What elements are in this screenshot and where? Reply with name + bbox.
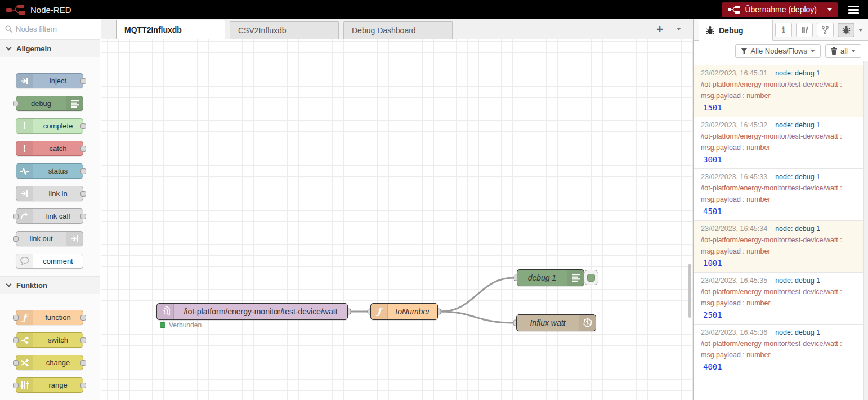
flow-list-chevron-icon[interactable] xyxy=(677,28,681,30)
debug-enabled-indicator xyxy=(587,274,595,282)
config-nodes-button[interactable] xyxy=(817,23,834,37)
debug-message-meta: 23/02/2023, 16:45:31 node: debug 1 xyxy=(701,69,857,78)
debug-payload-value: 1001 xyxy=(701,259,857,268)
palette-node-debug[interactable]: debug xyxy=(16,96,83,111)
main-menu-button[interactable] xyxy=(848,6,859,14)
debug-source-node: node: debug 1 xyxy=(775,121,820,130)
deploy-button-label: Übernahme (deploy) xyxy=(745,5,817,14)
palette-node-label: complete xyxy=(33,119,83,133)
debug-message[interactable]: msg.payload : number 3501 xyxy=(694,61,863,65)
info-tab-button[interactable]: i xyxy=(775,23,792,37)
input-port[interactable] xyxy=(13,214,19,219)
flow-tab-csv2influxdb[interactable]: CSV2Influxdb xyxy=(230,21,339,39)
debug-message-meta: 23/02/2023, 16:45:32 node: debug 1 xyxy=(701,121,857,130)
palette-node-function[interactable]: ƒ function xyxy=(16,310,83,325)
canvas-node-debug1[interactable]: debug 1 xyxy=(517,269,584,286)
inject-icon xyxy=(16,74,33,88)
chevron-down-icon xyxy=(827,8,832,11)
palette-node-comment[interactable]: comment xyxy=(16,254,83,269)
output-port[interactable] xyxy=(80,337,86,343)
sidebar-tab-buttons: i xyxy=(775,23,868,40)
debug-payload-path: msg.payload : number xyxy=(701,351,857,359)
help-library-button[interactable] xyxy=(796,23,813,37)
palette-node-change[interactable]: change xyxy=(16,355,83,370)
debug-payload-path: msg.payload : number xyxy=(701,247,857,256)
palette-node-label: range xyxy=(33,378,83,392)
chevron-down-icon xyxy=(811,50,815,52)
palette-node-label: comment xyxy=(33,254,83,268)
sidebar-options-chevron-icon[interactable] xyxy=(858,29,863,32)
debug-enable-toggle[interactable] xyxy=(584,270,598,285)
palette-section-label: Allgemein xyxy=(16,45,51,53)
debug-message[interactable]: 23/02/2023, 16:45:31 node: debug 1 /iot-… xyxy=(694,65,863,117)
wire-function-to-influx[interactable] xyxy=(441,312,513,323)
add-flow-button[interactable]: + xyxy=(656,24,663,35)
input-port[interactable] xyxy=(13,360,19,366)
input-port[interactable] xyxy=(13,383,19,388)
function-icon: ƒ xyxy=(371,304,388,319)
debug-payload-value: 2501 xyxy=(701,310,857,319)
debug-timestamp: 23/02/2023, 16:45:31 xyxy=(701,69,767,78)
output-port[interactable] xyxy=(80,383,86,388)
debug-message[interactable]: 23/02/2023, 16:45:34 node: debug 1 /iot-… xyxy=(694,221,863,273)
canvas-node-influx-watt[interactable]: Influx watt xyxy=(516,314,596,331)
palette-node-catch[interactable]: ! catch xyxy=(16,141,83,156)
debug-source-node: node: debug 1 xyxy=(775,173,820,181)
palette-node-status[interactable]: status xyxy=(16,163,83,179)
output-port[interactable] xyxy=(80,146,86,152)
palette-node-link-out[interactable]: link out xyxy=(16,231,83,246)
debug-message[interactable]: 23/02/2023, 16:45:36 node: debug 1 /iot-… xyxy=(694,325,863,376)
palette-node-label: switch xyxy=(33,333,83,347)
output-port[interactable] xyxy=(80,168,86,174)
deploy-options-button[interactable] xyxy=(822,5,832,14)
debug-scrollbar-track[interactable] xyxy=(863,61,868,400)
palette-section-funktion[interactable]: Funktion xyxy=(0,276,100,294)
debug-payload-value: 3001 xyxy=(701,155,857,164)
flow-tab-debug-dashboard[interactable]: Debug Dashboard xyxy=(343,21,453,39)
debug-message-list[interactable]: msg.payload : number 3501 23/02/2023, 16… xyxy=(694,61,863,400)
debug-payload-value: 4501 xyxy=(701,207,857,216)
palette-node-link-in[interactable]: link in xyxy=(16,186,83,201)
palette-node-link-call[interactable]: link call xyxy=(16,208,83,224)
debug-payload-path: msg.payload : number xyxy=(701,299,857,308)
output-port[interactable] xyxy=(80,78,86,84)
input-port[interactable] xyxy=(13,236,19,242)
palette-node-label: inject xyxy=(33,74,83,88)
wire-function-to-debug[interactable] xyxy=(441,278,514,312)
palette-node-inject[interactable]: inject xyxy=(16,73,83,88)
debug-message[interactable]: 23/02/2023, 16:45:32 node: debug 1 /iot-… xyxy=(694,117,863,169)
debug-clear-button[interactable]: all xyxy=(825,44,861,58)
input-port[interactable] xyxy=(13,315,19,321)
debug-message[interactable]: 23/02/2023, 16:45:33 node: debug 1 /iot-… xyxy=(694,169,863,221)
debug-tab-button[interactable] xyxy=(838,23,854,37)
debug-filter-button[interactable]: Alle Nodes/Flows xyxy=(735,44,821,58)
canvas-vertical-scrollbar[interactable] xyxy=(688,264,691,318)
flow-canvas[interactable]: /iot-platform/energy-monitor/test-device… xyxy=(101,39,693,400)
output-port[interactable] xyxy=(80,123,86,129)
palette-section-allgemein[interactable]: Allgemein xyxy=(0,39,100,57)
output-port[interactable] xyxy=(80,191,86,197)
palette-node-range[interactable]: range xyxy=(16,377,83,393)
bug-icon xyxy=(706,26,714,35)
palette-node-complete[interactable]: ! complete xyxy=(16,118,83,134)
link-call-icon xyxy=(16,209,33,223)
palette-search-input[interactable] xyxy=(16,25,89,33)
debug-timestamp: 23/02/2023, 16:45:32 xyxy=(701,121,767,130)
output-port[interactable] xyxy=(80,360,86,366)
chevron-down-icon xyxy=(6,45,12,50)
flow-tab-mqtt2influxdb[interactable]: MQTT2Influxdb xyxy=(116,20,225,39)
palette-search[interactable] xyxy=(0,19,100,39)
output-port[interactable] xyxy=(80,315,86,321)
canvas-node-tonumber[interactable]: ƒ toNumber xyxy=(370,303,438,320)
input-port[interactable] xyxy=(13,337,19,343)
sidebar-tab-debug[interactable]: Debug xyxy=(699,20,773,41)
branch-icon xyxy=(822,26,829,34)
palette-node-switch[interactable]: switch xyxy=(16,332,83,348)
palette-section-funktion-nodes: ƒ function switch change range xyxy=(0,294,100,393)
deploy-button[interactable]: Übernahme (deploy) xyxy=(722,2,838,17)
node-red-logo-icon xyxy=(6,3,26,16)
canvas-node-mqtt-in[interactable]: /iot-platform/energy-monitor/test-device… xyxy=(156,303,348,320)
input-port[interactable] xyxy=(13,101,19,106)
debug-message[interactable]: 23/02/2023, 16:45:35 node: debug 1 /iot-… xyxy=(694,273,863,325)
output-port[interactable] xyxy=(80,214,86,219)
